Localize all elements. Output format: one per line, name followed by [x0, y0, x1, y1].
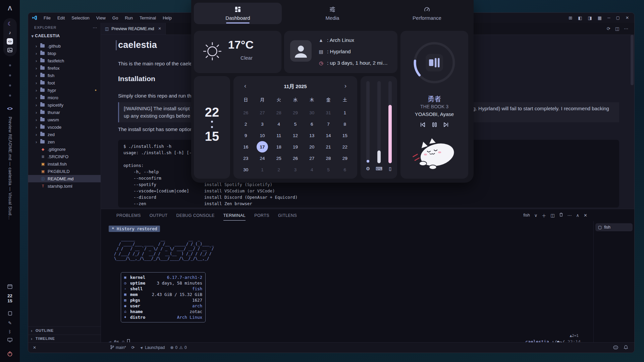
calendar-day[interactable]: 6: [339, 164, 351, 175]
tablet-icon[interactable]: [8, 311, 12, 317]
launchpad-button[interactable]: ➤ Launchpad: [140, 345, 165, 350]
calendar-day[interactable]: 17: [257, 141, 268, 153]
panel-left-icon[interactable]: ◧: [578, 15, 582, 20]
calendar-day[interactable]: 9: [240, 130, 252, 141]
menu-item[interactable]: Run: [122, 14, 136, 21]
branch-status[interactable]: main*: [110, 345, 126, 350]
calendar-day[interactable]: 16: [240, 141, 252, 153]
tree-item[interactable]: ⓘ README.md: [28, 175, 101, 182]
outline-section[interactable]: › OUTLINE: [28, 326, 101, 334]
calendar-day[interactable]: 29: [339, 153, 351, 164]
sync-icon[interactable]: ⟳: [131, 345, 135, 350]
tree-item[interactable]: ◆ .gitignore: [28, 145, 101, 153]
music-note-icon[interactable]: ♪: [9, 30, 11, 35]
calendar-day[interactable]: 18: [273, 141, 284, 153]
close-button[interactable]: ✕: [626, 15, 629, 20]
code-workspace-icon[interactable]: <>: [7, 38, 13, 45]
calendar-day[interactable]: 1: [257, 164, 268, 175]
problems-status[interactable]: ⊗ 0 ⚠ 0: [170, 345, 186, 350]
calendar-day[interactable]: 22: [339, 141, 351, 153]
calendar-day[interactable]: 27: [257, 107, 268, 118]
tab-performance[interactable]: Performance: [383, 3, 471, 24]
calendar-day[interactable]: 7: [323, 118, 334, 130]
tree-item[interactable]: › fastfetch: [28, 57, 101, 64]
keyboard-icon[interactable]: ⌨: [374, 166, 384, 171]
editor-action-icon[interactable]: ⟳: [607, 26, 610, 31]
bluetooth-icon[interactable]: ᛒ: [9, 329, 11, 334]
editor-action-icon[interactable]: ◫: [615, 26, 619, 31]
panel-tab[interactable]: OUTPUT: [150, 210, 168, 221]
moon-icon[interactable]: ☾: [8, 21, 12, 27]
calendar-day[interactable]: 28: [323, 153, 334, 164]
bar-clock[interactable]: 22 15: [7, 293, 12, 303]
minimize-button[interactable]: ─: [607, 15, 610, 20]
menu-item[interactable]: Help: [160, 14, 175, 21]
calendar-day[interactable]: 8: [339, 118, 351, 130]
maximize-button[interactable]: ▢: [616, 15, 620, 20]
layout-grid-icon[interactable]: ⊞: [569, 15, 572, 20]
split-terminal-icon[interactable]: ◫: [550, 213, 554, 218]
new-terminal-icon[interactable]: ＋: [542, 212, 546, 219]
tree-item[interactable]: › spicetify: [28, 101, 101, 109]
remote-indicator[interactable]: ✕: [28, 345, 40, 350]
calendar-day[interactable]: 3: [257, 118, 268, 130]
tree-item[interactable]: T starship.toml: [28, 182, 101, 190]
slider-thumb[interactable]: [367, 160, 369, 163]
calendar-day[interactable]: 13: [306, 130, 318, 141]
calendar-day[interactable]: 30: [306, 107, 318, 118]
calendar-day[interactable]: 4: [273, 118, 284, 130]
workspace-dot[interactable]: [9, 64, 11, 66]
album-art-ring[interactable]: [412, 40, 457, 86]
copilot-icon[interactable]: [613, 345, 618, 351]
volume-slider[interactable]: [366, 81, 370, 163]
menu-item[interactable]: View: [93, 14, 109, 21]
calendar-icon[interactable]: [7, 284, 12, 290]
calendar-day[interactable]: 14: [323, 130, 334, 141]
tree-item[interactable]: › foot: [28, 79, 101, 86]
maximize-panel-icon[interactable]: ∧: [576, 213, 580, 218]
caelestia-logo-icon[interactable]: Λ: [8, 5, 12, 12]
panel-right-icon[interactable]: ◨: [588, 15, 592, 20]
calendar-day[interactable]: 10: [257, 130, 268, 141]
calendar-day[interactable]: 3: [289, 164, 301, 175]
menu-item[interactable]: Edit: [54, 14, 68, 21]
tree-root-caelestia[interactable]: ▾ CAELESTIA: [28, 32, 101, 40]
tree-item[interactable]: › .github: [28, 42, 101, 50]
calendar-day[interactable]: 2: [273, 164, 284, 175]
previous-track-button[interactable]: [419, 121, 426, 129]
prev-month-icon[interactable]: ‹: [241, 82, 249, 89]
tree-item[interactable]: › btop: [28, 50, 101, 57]
more-actions-icon[interactable]: ⋯: [568, 213, 572, 218]
customize-layout-icon[interactable]: ▦: [598, 15, 602, 20]
calendar-day[interactable]: 26: [240, 107, 252, 118]
image-icon[interactable]: [7, 48, 12, 54]
tree-item[interactable]: › zen: [28, 138, 101, 145]
menu-item[interactable]: Terminal: [137, 14, 159, 21]
tree-item[interactable]: › micro: [28, 94, 101, 101]
tree-item[interactable]: › firefox: [28, 64, 101, 72]
panel-tab[interactable]: PORTS: [254, 210, 269, 221]
power-icon[interactable]: [7, 351, 13, 358]
bell-icon[interactable]: [624, 345, 628, 351]
next-track-button[interactable]: [442, 121, 450, 129]
tree-item[interactable]: ≣ .SRCINFO: [28, 153, 101, 160]
close-tab-icon[interactable]: ✕: [158, 26, 161, 31]
calendar-day[interactable]: 11: [273, 130, 284, 141]
shell-select[interactable]: fish: [523, 213, 530, 218]
tree-item[interactable]: ▣ PKGBUILD: [28, 168, 101, 175]
tree-item[interactable]: › hypr ●: [28, 86, 101, 94]
tree-item[interactable]: › vscode: [28, 123, 101, 131]
calendar-day[interactable]: 5: [289, 118, 301, 130]
chevron-down-icon[interactable]: ∨: [534, 213, 538, 218]
calendar-day[interactable]: 1: [339, 107, 351, 118]
calendar-day[interactable]: 26: [289, 153, 301, 164]
tree-item[interactable]: ▣ install.fish: [28, 160, 101, 168]
calendar-day[interactable]: 20: [306, 141, 318, 153]
calendar-day[interactable]: 15: [339, 130, 351, 141]
tree-item[interactable]: › thunar: [28, 109, 101, 116]
level-slider[interactable]: [388, 81, 392, 163]
panel-tab[interactable]: GITLENS: [278, 210, 297, 221]
tab-media[interactable]: Media: [288, 3, 376, 24]
tree-item[interactable]: › fish: [28, 72, 101, 79]
tab-dashboard[interactable]: Dashboard: [194, 3, 282, 24]
